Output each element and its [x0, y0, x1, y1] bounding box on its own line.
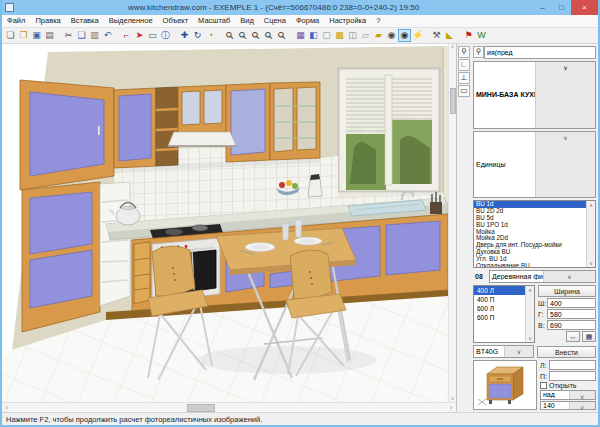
variant-scrollbar[interactable]: ∧ ∨: [525, 286, 534, 342]
open-refrigerator[interactable]: [100, 182, 130, 306]
fit-button[interactable]: ↔: [566, 331, 580, 342]
search-input[interactable]: [484, 46, 596, 59]
angle-icon[interactable]: ◔: [204, 29, 217, 42]
scroll-down-icon[interactable]: ∨: [587, 259, 595, 267]
window-title: www.kitchendraw.com - EXEMPLE 1 - (Счёт=…: [14, 3, 533, 12]
menu-item[interactable]: Файл: [2, 15, 30, 27]
solid-view-icon[interactable]: ▰: [372, 29, 385, 42]
width-button[interactable]: Ширина: [538, 285, 596, 297]
render-view-icon[interactable]: ◉: [398, 29, 411, 42]
menu-item[interactable]: Вставка: [66, 15, 104, 27]
options-button[interactable]: ▦: [582, 331, 596, 342]
catalog-list-item[interactable]: BU 2D 2d: [474, 208, 586, 215]
plan-view-icon[interactable]: ▦: [294, 29, 307, 42]
model-select[interactable]: BT40G ∨: [473, 345, 534, 358]
wireframe-view-icon[interactable]: ▢: [320, 29, 333, 42]
box-view-icon[interactable]: ▱: [359, 29, 372, 42]
left-field[interactable]: [549, 360, 596, 370]
menu-item[interactable]: Правка: [30, 15, 65, 27]
zoom-previous-icon[interactable]: ⚲: [262, 29, 275, 42]
move-icon[interactable]: ✚: [178, 29, 191, 42]
new-icon[interactable]: ❏: [4, 29, 17, 42]
zoom-out-icon[interactable]: ⚲: [249, 29, 262, 42]
catalog-list-item[interactable]: BU 1d: [474, 201, 586, 208]
catalog-list-item[interactable]: Мойка: [474, 229, 586, 236]
tools-icon[interactable]: ⚒: [430, 29, 443, 42]
position-select[interactable]: над ∨: [540, 390, 596, 400]
window-exterior[interactable]: [332, 68, 444, 198]
scroll-right-icon[interactable]: ›: [446, 404, 456, 411]
menu-item[interactable]: ?: [371, 15, 385, 27]
menu-item[interactable]: Выделенное: [104, 15, 158, 27]
maximize-button[interactable]: □: [552, 0, 571, 15]
save-icon[interactable]: ▣: [30, 29, 43, 42]
menu-item[interactable]: Форма: [291, 15, 324, 27]
elevation-view-icon[interactable]: ◧: [307, 29, 320, 42]
catalog-list-item[interactable]: BU 1PO 1d: [474, 222, 586, 229]
hscroll-thumb[interactable]: [187, 404, 215, 412]
wall-tool-icon[interactable]: ⌐: [120, 29, 133, 42]
scroll-down-icon[interactable]: ∨: [526, 334, 534, 342]
open-checkbox[interactable]: [540, 382, 547, 389]
filter-icon[interactable]: ⚲: [473, 46, 484, 58]
scroll-up-icon[interactable]: ˄: [451, 44, 455, 50]
kitchen-render-3d[interactable]: [2, 44, 448, 402]
scroll-up-icon[interactable]: ∧: [526, 286, 534, 294]
width-field[interactable]: [547, 298, 596, 308]
height-select[interactable]: 140 ∨: [540, 401, 596, 411]
measure-icon[interactable]: ◣: [443, 29, 456, 42]
light-icon[interactable]: ⚡: [411, 29, 424, 42]
list-scrollbar[interactable]: ∧ ∨: [586, 201, 595, 267]
tall-cabinet[interactable]: [22, 182, 100, 332]
menu-item[interactable]: Масштаб: [193, 15, 235, 27]
selection-rect-icon[interactable]: ▭: [146, 29, 159, 42]
section-select[interactable]: Единицы ∨: [473, 131, 596, 199]
info-icon[interactable]: ⓘ: [159, 29, 172, 42]
corner-left-icon[interactable]: ∟: [458, 59, 470, 71]
app-icon[interactable]: [5, 3, 14, 12]
vscroll-thumb[interactable]: [450, 88, 456, 114]
zoom-all-icon[interactable]: ⚲: [275, 29, 288, 42]
undo-icon[interactable]: ↶: [101, 29, 114, 42]
menu-item[interactable]: Объект: [158, 15, 194, 27]
open-icon[interactable]: ❐: [17, 29, 30, 42]
photo-view-icon[interactable]: ◉: [385, 29, 398, 42]
catalog-list-item[interactable]: Мойка 2Dd: [474, 235, 586, 242]
menu-item[interactable]: Настройка: [324, 15, 371, 27]
catalog-list-item[interactable]: Угл. BU 1d: [474, 256, 586, 263]
flag-icon[interactable]: ⚑: [462, 29, 475, 42]
perspective-view-icon[interactable]: ◫: [346, 29, 359, 42]
rotate-icon[interactable]: ↻: [191, 29, 204, 42]
close-button[interactable]: ×: [571, 0, 598, 15]
menu-item[interactable]: Сцена: [259, 15, 291, 27]
corner-tee-icon[interactable]: ⊥: [458, 72, 470, 84]
height-field[interactable]: [547, 320, 596, 330]
catalog-list-item[interactable]: BU 5d: [474, 215, 586, 222]
print-icon[interactable]: ▤: [43, 29, 56, 42]
style-select[interactable]: Деревянная филенка ∨: [489, 270, 596, 283]
copy-icon[interactable]: ❑: [75, 29, 88, 42]
paste-icon[interactable]: ▥: [88, 29, 101, 42]
scroll-left-icon[interactable]: ‹: [2, 404, 12, 411]
pin-icon[interactable]: ⚲: [458, 46, 470, 58]
viewport-hscrollbar[interactable]: ‹ ›: [2, 402, 456, 412]
catalog-list-item[interactable]: Откладывание BU: [474, 263, 586, 268]
zoom-window-icon[interactable]: ⚲: [223, 29, 236, 42]
insert-button[interactable]: Внести: [537, 346, 596, 358]
catalog-select[interactable]: МИНИ-БАЗА КУХНИ ∨: [473, 61, 596, 129]
viewport-vscrollbar[interactable]: ˄ ˅: [448, 44, 456, 402]
depth-field[interactable]: [547, 309, 596, 319]
menu-item[interactable]: Вид: [235, 15, 259, 27]
range-hood[interactable]: [168, 132, 236, 146]
right-field[interactable]: [549, 371, 596, 381]
minimize-button[interactable]: –: [533, 0, 552, 15]
scroll-up-icon[interactable]: ∧: [587, 201, 595, 209]
catalog-list-item[interactable]: Духовка BU: [474, 249, 586, 256]
page-icon[interactable]: ▭: [458, 85, 470, 97]
catalog-list-item[interactable]: Дверь для инт. Посудо-мойки: [474, 242, 586, 249]
pointer-icon[interactable]: ➤: [133, 29, 146, 42]
filled-view-icon[interactable]: ▩: [333, 29, 346, 42]
word-export-icon[interactable]: W: [475, 29, 488, 42]
zoom-in-icon[interactable]: ⚲: [236, 29, 249, 42]
cut-icon[interactable]: ✂: [62, 29, 75, 42]
